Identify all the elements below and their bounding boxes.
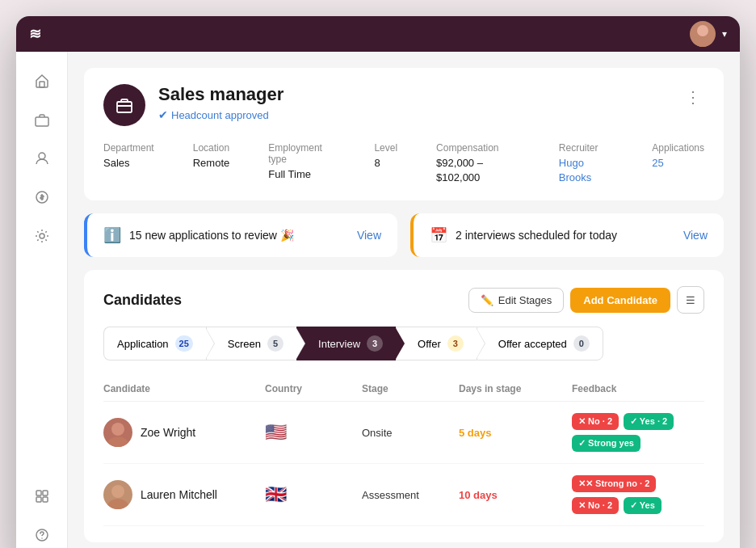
pipeline-stages: Application 25 Screen 5 Interview 3 — [103, 327, 704, 360]
stage-offer-accepted[interactable]: Offer accepted 0 — [477, 327, 603, 360]
applications-value[interactable]: 25 — [652, 157, 663, 169]
stage-screen-label: Screen — [228, 338, 261, 350]
recruiter-label: Recruiter — [559, 142, 613, 154]
th-stage: Stage — [362, 383, 459, 394]
user-avatar[interactable] — [690, 21, 716, 47]
sidebar-item-help[interactable] — [26, 519, 58, 548]
sidebar-item-jobs[interactable] — [26, 103, 58, 136]
job-header: Sales manager ✔ Headcount approved ⋮ — [103, 84, 704, 126]
table-row: Lauren Mitchell 🇬🇧 Assessment 10 days ✕✕… — [103, 464, 704, 526]
stage-offer-accepted-label: Offer accepted — [498, 338, 567, 350]
th-days: Days in stage — [459, 383, 572, 394]
sidebar-item-grid[interactable] — [26, 480, 58, 512]
notif-interviews-view[interactable]: View — [683, 229, 708, 242]
notif-interviews-text: 2 interviews scheduled for today — [456, 229, 617, 242]
avatar-lauren — [103, 480, 132, 509]
candidates-section: Candidates ✏️ Edit Stages Add Candidate … — [84, 270, 724, 542]
sidebar-item-candidates[interactable] — [26, 142, 58, 175]
sidebar-item-settings[interactable] — [26, 220, 58, 252]
job-card: Sales manager ✔ Headcount approved ⋮ Dep… — [84, 68, 724, 200]
stage-offer[interactable]: Offer 3 — [396, 327, 477, 360]
headcount-label: Headcount approved — [171, 109, 269, 121]
meta-compensation: Compensation $92,000 – $102,000 — [436, 142, 520, 184]
feedback-zoe: ✕ No · 2 ✓ Yes · 2 ✓ Strong yes — [572, 413, 704, 452]
svg-point-16 — [111, 485, 124, 498]
stage-offer-label: Offer — [418, 338, 441, 350]
svg-rect-8 — [43, 491, 48, 495]
app-body: Sales manager ✔ Headcount approved ⋮ Dep… — [16, 52, 740, 548]
svg-point-17 — [107, 499, 128, 509]
department-label: Department — [103, 142, 154, 154]
svg-point-12 — [41, 537, 43, 539]
location-value: Remote — [193, 157, 230, 169]
location-label: Location — [193, 142, 230, 154]
stage-interview[interactable]: Interview 3 — [296, 327, 396, 360]
job-title: Sales manager — [158, 84, 284, 105]
meta-location: Location Remote — [193, 142, 230, 184]
notif-applications-text: 15 new applications to review 🎉 — [129, 229, 294, 242]
svg-point-15 — [107, 436, 128, 447]
feedback-tag-no2: ✕ No · 2 — [572, 497, 619, 514]
stage-application-badge: 25 — [175, 335, 193, 352]
stage-screen[interactable]: Screen 5 — [206, 327, 296, 360]
notif-interviews-left: 📅 2 interviews scheduled for today — [430, 226, 617, 244]
app-window: ≋ ▾ — [16, 16, 740, 548]
candidates-table: Candidate Country Stage Days in stage Fe… — [103, 377, 704, 526]
titlebar-right: ▾ — [690, 21, 727, 47]
th-feedback: Feedback — [572, 383, 704, 394]
svg-rect-13 — [117, 102, 132, 112]
pencil-icon: ✏️ — [481, 294, 494, 306]
svg-rect-2 — [40, 82, 44, 87]
add-candidate-button[interactable]: Add Candidate — [570, 288, 670, 313]
candidate-name-zoe-text: Zoe Wright — [141, 426, 195, 439]
sidebar-item-home[interactable] — [26, 65, 58, 97]
meta-applications: Applications 25 — [652, 142, 704, 184]
level-value: 8 — [374, 157, 380, 169]
candidates-header: Candidates ✏️ Edit Stages Add Candidate … — [103, 286, 704, 314]
svg-rect-7 — [36, 491, 41, 495]
notification-row: ℹ️ 15 new applications to review 🎉 View … — [84, 213, 724, 257]
headcount-badge: ✔ Headcount approved — [158, 108, 284, 121]
days-zoe: 5 days — [459, 427, 572, 439]
days-lauren: 10 days — [459, 489, 572, 501]
th-country: Country — [265, 383, 362, 394]
meta-employment-type: Employment type Full Time — [268, 142, 335, 184]
feedback-tag-yes2: ✓ Yes — [624, 497, 662, 514]
recruiter-value[interactable]: Hugo Brooks — [559, 157, 591, 183]
main-content: Sales manager ✔ Headcount approved ⋮ Dep… — [68, 52, 740, 548]
sidebar-item-finance[interactable] — [26, 181, 58, 213]
notif-applications-view[interactable]: View — [357, 229, 381, 242]
candidates-actions: ✏️ Edit Stages Add Candidate ☰ — [468, 286, 704, 314]
avatar-zoe — [103, 418, 132, 447]
candidate-name-lauren-text: Lauren Mitchell — [141, 488, 217, 501]
feedback-tag-yes: ✓ Yes · 2 — [624, 413, 674, 430]
job-header-left: Sales manager ✔ Headcount approved — [103, 84, 284, 126]
th-candidate: Candidate — [103, 383, 265, 394]
stage-offer-badge: 3 — [447, 335, 464, 352]
svg-rect-3 — [36, 117, 48, 126]
meta-level: Level 8 — [374, 142, 397, 184]
employment-type-label: Employment type — [268, 142, 335, 165]
notif-applications-left: ℹ️ 15 new applications to review 🎉 — [103, 226, 294, 244]
svg-point-14 — [111, 423, 124, 436]
flag-zoe: 🇺🇸 — [265, 422, 362, 443]
edit-stages-button[interactable]: ✏️ Edit Stages — [468, 288, 565, 313]
svg-point-4 — [39, 153, 45, 159]
notif-applications: ℹ️ 15 new applications to review 🎉 View — [84, 213, 397, 257]
filter-icon: ☰ — [686, 294, 695, 306]
stage-application[interactable]: Application 25 — [103, 327, 206, 360]
filter-button[interactable]: ☰ — [677, 286, 704, 314]
user-menu-chevron[interactable]: ▾ — [722, 28, 727, 40]
stage-offer-accepted-badge: 0 — [573, 335, 590, 352]
notif-interviews-icon: 📅 — [430, 226, 447, 244]
sidebar — [16, 52, 68, 548]
stage-interview-badge: 3 — [367, 335, 383, 352]
job-icon — [103, 84, 145, 126]
flag-lauren: 🇬🇧 — [265, 484, 362, 505]
more-options-button[interactable]: ⋮ — [682, 84, 704, 110]
job-title-area: Sales manager ✔ Headcount approved — [158, 84, 284, 121]
svg-point-0 — [697, 25, 708, 36]
stage-lauren: Assessment — [362, 489, 459, 501]
level-label: Level — [374, 142, 397, 154]
stage-zoe: Onsite — [362, 427, 459, 439]
